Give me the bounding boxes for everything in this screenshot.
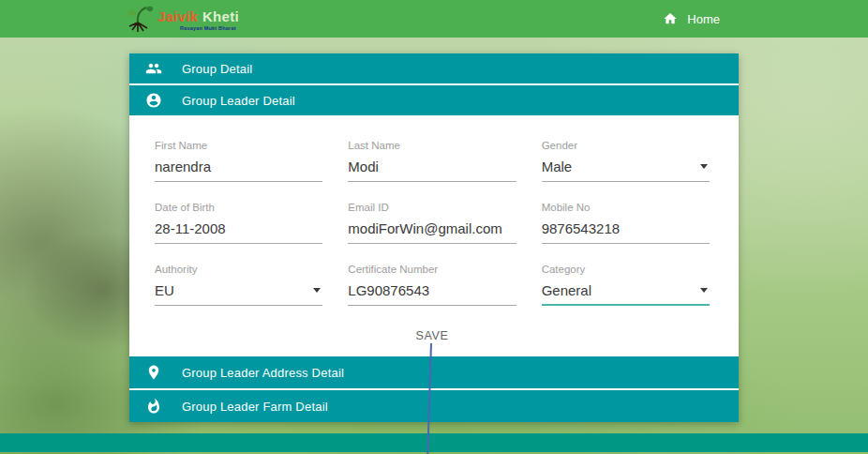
field-label: Email ID <box>348 202 516 213</box>
section-label: Group Leader Address Detail <box>182 366 344 380</box>
field-label: Category <box>542 264 710 275</box>
field-label: Date of Birth <box>155 202 322 213</box>
category-field: Category General <box>542 264 710 306</box>
group-icon <box>145 60 162 77</box>
home-label: Home <box>687 12 720 26</box>
mobile-no-input[interactable] <box>542 219 710 244</box>
home-button[interactable]: Home <box>653 0 729 38</box>
logo-word-kheti: Kheti <box>202 8 239 24</box>
authority-field: Authority EU <box>155 264 322 306</box>
authority-value: EU <box>155 282 174 298</box>
last-name-field: Last Name <box>348 140 516 182</box>
field-label: Certificate Number <box>348 264 516 275</box>
section-label: Group Leader Detail <box>182 94 295 108</box>
field-label: First Name <box>155 140 322 151</box>
date-of-birth-field: Date of Birth <box>155 202 322 244</box>
logo-tagline: Rasayan Mukt Bharat <box>180 26 239 32</box>
authority-select[interactable]: EU <box>155 281 322 306</box>
dropdown-caret-icon <box>313 288 321 293</box>
registration-card: Group Detail Group Leader Detail First N… <box>129 53 739 422</box>
dropdown-caret-icon <box>700 164 708 169</box>
page: Jaivik Kheti Rasayan Mukt Bharat Home Gr… <box>0 0 868 454</box>
email-input[interactable] <box>348 219 516 244</box>
gender-field: Gender Male <box>542 140 710 182</box>
field-label: Authority <box>155 264 322 275</box>
certificate-number-field: Certificate Number <box>348 264 516 306</box>
flame-icon <box>145 398 162 415</box>
category-select[interactable]: General <box>542 281 710 306</box>
account-circle-icon <box>145 92 162 109</box>
field-label: Last Name <box>348 140 516 151</box>
certificate-number-input[interactable] <box>348 281 516 306</box>
section-label: Group Leader Farm Detail <box>182 400 328 414</box>
gender-select[interactable]: Male <box>542 158 710 182</box>
field-label: Gender <box>542 140 710 151</box>
sprout-icon <box>124 2 156 36</box>
first-name-field: First Name <box>155 140 322 182</box>
logo-text: Jaivik Kheti Rasayan Mukt Bharat <box>157 2 239 32</box>
gender-value: Male <box>542 159 573 174</box>
first-name-input[interactable] <box>155 158 322 182</box>
category-value: General <box>542 282 591 298</box>
section-group-detail[interactable]: Group Detail <box>129 53 739 83</box>
dropdown-caret-icon <box>700 288 708 293</box>
logo[interactable]: Jaivik Kheti Rasayan Mukt Bharat <box>124 2 239 36</box>
section-group-leader-farm-detail[interactable]: Group Leader Farm Detail <box>129 390 739 422</box>
section-label: Group Detail <box>182 62 252 76</box>
last-name-input[interactable] <box>348 158 516 182</box>
mobile-no-field: Mobile No <box>542 202 710 244</box>
email-field: Email ID <box>348 202 516 244</box>
home-icon <box>663 11 678 26</box>
location-pin-icon <box>145 364 162 381</box>
field-label: Mobile No <box>542 202 710 213</box>
footer-bar <box>0 433 868 452</box>
date-of-birth-input[interactable] <box>155 219 322 244</box>
top-navbar: Jaivik Kheti Rasayan Mukt Bharat Home <box>0 0 868 38</box>
section-group-leader-address-detail[interactable]: Group Leader Address Detail <box>129 356 739 388</box>
section-group-leader-detail[interactable]: Group Leader Detail <box>129 85 739 115</box>
form-grid: First Name Last Name Gender Male Date of… <box>155 140 710 306</box>
save-button[interactable]: SAVE <box>416 329 449 342</box>
logo-word-jaivik: Jaivik <box>157 8 199 24</box>
group-leader-form: First Name Last Name Gender Male Date of… <box>129 115 739 356</box>
